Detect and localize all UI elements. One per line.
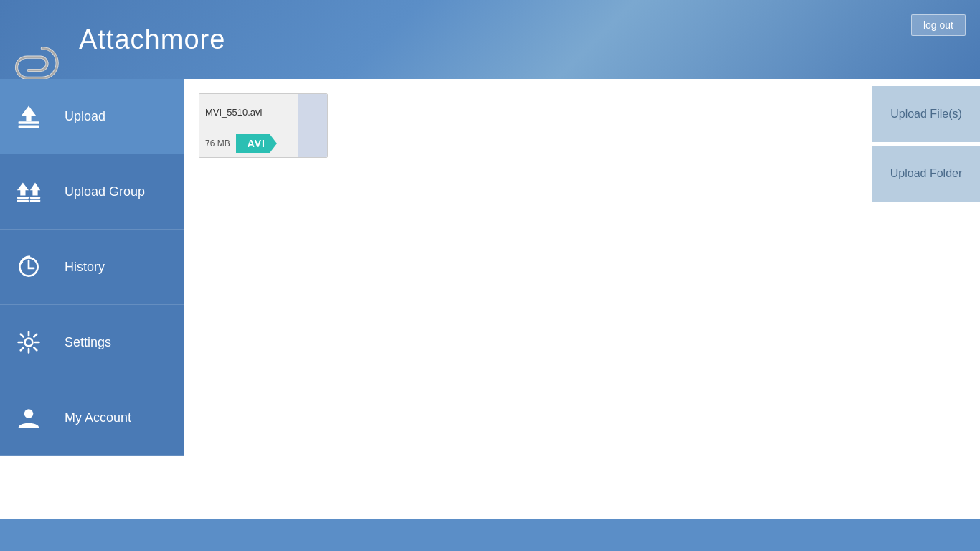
sidebar-my-account-label: My Account [65,410,131,425]
sidebar-upload-group-label: Upload Group [65,184,145,199]
header: Attachmore log out [0,0,980,79]
svg-marker-5 [17,182,29,195]
file-type-badge: AVI [236,134,277,153]
svg-rect-1 [19,126,39,128]
sidebar: Upload Upload Group [0,79,184,519]
svg-rect-4 [17,200,29,202]
logout-button[interactable]: log out [911,14,966,36]
upload-icon [7,103,50,129]
file-card-bottom: 76 MB AVI [199,130,327,157]
logo-area: Attachmore [14,24,225,55]
svg-rect-3 [17,197,29,199]
svg-rect-6 [30,197,40,199]
account-icon [7,405,50,430]
file-card[interactable]: MVI_5510.avi 76 MB AVI [199,93,328,158]
svg-rect-0 [19,121,39,124]
sidebar-upload-label: Upload [65,109,105,124]
content-area: MVI_5510.avi 76 MB AVI [184,79,872,519]
settings-icon [7,329,50,355]
sidebar-item-settings[interactable]: Settings [0,305,184,380]
main-layout: Upload Upload Group [0,79,980,519]
app-title: Attachmore [79,24,225,55]
upload-files-button[interactable]: Upload File(s) [872,86,980,142]
history-icon [7,254,50,280]
upload-folder-button[interactable]: Upload Folder [872,146,980,202]
sidebar-item-history[interactable]: History [0,230,184,305]
file-size: 76 MB [205,138,230,149]
file-card-bottom-right-decoration [298,130,327,157]
sidebar-history-label: History [65,260,105,275]
file-name: MVI_5510.avi [205,107,263,118]
svg-marker-2 [21,106,37,122]
svg-marker-8 [30,182,40,195]
right-panel: Upload File(s) Upload Folder [872,79,980,519]
svg-point-11 [25,339,33,347]
sidebar-item-upload-group[interactable]: Upload Group [0,154,184,230]
sidebar-settings-label: Settings [65,335,111,350]
file-card-top: MVI_5510.avi [199,94,327,130]
svg-rect-7 [30,200,40,202]
sidebar-item-my-account[interactable]: My Account [0,380,184,456]
footer [0,519,980,551]
upload-group-icon [7,179,50,204]
sidebar-item-upload[interactable]: Upload [0,79,184,154]
svg-point-12 [24,409,34,418]
file-card-top-right-decoration [298,94,327,130]
